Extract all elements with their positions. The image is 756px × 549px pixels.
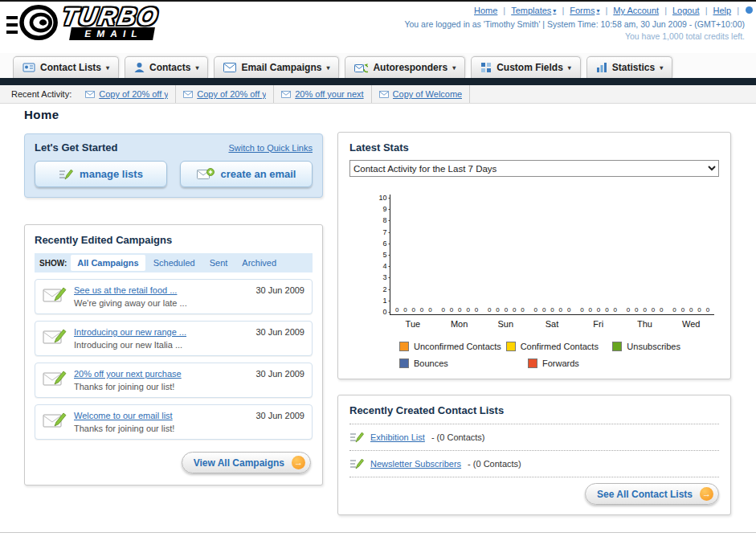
x-axis-label: Sat — [529, 315, 575, 329]
pencil-icon — [59, 168, 73, 181]
recent-activity-link[interactable]: Copy of Welcome tc — [393, 89, 462, 99]
nav-tab-autoresponders[interactable]: Autoresponders ▾ — [345, 56, 465, 78]
chart-y-axis: 109876543210 — [372, 195, 390, 315]
chart-value-label: 0 — [550, 306, 554, 313]
y-axis-label: 10 — [378, 195, 390, 201]
logo-swirl-icon — [19, 5, 59, 40]
chart-value-group: 00000 — [575, 306, 622, 313]
chevron-down-icon: ▾ — [660, 64, 663, 72]
credits-info: You have 1,000 total credits left. — [404, 31, 745, 41]
chart-value-label: 0 — [521, 306, 524, 313]
see-all-contact-lists-button[interactable]: See All Contact Lists → — [585, 483, 719, 505]
legend-label: Forwards — [542, 358, 579, 368]
campaign-title-link[interactable]: See us at the retail food ... — [74, 285, 248, 295]
x-axis-label: Mon — [436, 315, 483, 329]
chart-value-group: 00000 — [483, 306, 529, 313]
top-link-my-account[interactable]: My Account — [613, 6, 659, 15]
chevron-down-icon: ▾ — [596, 7, 599, 14]
legend-label: Unconfirmed Contacts — [414, 342, 501, 351]
latest-stats-title: Latest Stats — [349, 141, 719, 154]
campaign-title-link[interactable]: Welcome to our email list — [74, 411, 248, 420]
x-axis-label: Wed — [668, 315, 714, 329]
top-links: Home Templates▾ Forms▾ My Account Logout… — [404, 6, 745, 15]
legend-item: Unconfirmed Contacts — [399, 342, 506, 351]
chart-value-label: 0 — [660, 306, 663, 313]
recent-activity-link[interactable]: Copy of 20% off yc — [99, 89, 168, 99]
create-email-label: create an email — [221, 168, 296, 180]
campaign-row[interactable]: Welcome to our email list Thanks for joi… — [35, 404, 313, 440]
tab-archived[interactable]: Archived — [235, 255, 283, 271]
chart-value-label: 0 — [505, 306, 508, 313]
y-axis-label: 7 — [382, 229, 390, 236]
campaign-title-link[interactable]: 20% off your next purchase — [74, 369, 248, 379]
left-column: Let's Get Started Switch to Quick Links … — [24, 133, 323, 485]
chart-value-label: 0 — [589, 306, 592, 313]
envelope-edit-icon — [43, 327, 67, 346]
tab-sent[interactable]: Sent — [203, 255, 235, 271]
contact-list-row[interactable]: Newsletter Subscribers - (0 Contacts) — [349, 451, 719, 477]
top-link-logout[interactable]: Logout — [672, 6, 700, 15]
nav-tab-contact-lists[interactable]: Contact Lists ▾ — [13, 56, 119, 78]
chart-value-label: 0 — [605, 306, 608, 313]
turbo-email-logo: TURBO EMAIL — [6, 5, 157, 40]
campaign-subtitle: We're giving away our late ... — [74, 298, 248, 308]
campaign-date: 30 Jun 2009 — [255, 411, 304, 420]
decorative-dot — [746, 6, 753, 14]
campaign-row[interactable]: See us at the retail food ... We're givi… — [35, 279, 313, 314]
nav-tab-email-campaigns[interactable]: Email Campaigns ▾ — [214, 56, 339, 78]
legend-item: Unsubscribes — [612, 342, 719, 351]
manage-lists-button[interactable]: manage lists — [35, 161, 167, 187]
nav-tab-custom-fields[interactable]: Custom Fields ▾ — [471, 56, 581, 78]
see-all-contact-lists-label: See All Contact Lists — [597, 489, 693, 500]
top-link-home[interactable]: Home — [474, 6, 497, 15]
chart-value-label: 0 — [488, 306, 491, 313]
switch-to-quick-links-link[interactable]: Switch to Quick Links — [228, 143, 313, 153]
envelope-edit-icon — [43, 369, 67, 388]
contact-list-row[interactable]: Exhibition List - (0 Contacts) — [349, 424, 719, 451]
chart-value-label: 0 — [475, 306, 478, 313]
recent-activity-link[interactable]: Copy of 20% off yc — [197, 89, 266, 99]
top-link-forms[interactable]: Forms▾ — [570, 6, 599, 15]
nav-divider-bar — [0, 78, 756, 85]
x-axis-label: Tue — [390, 315, 436, 329]
top-link-help[interactable]: Help — [713, 6, 732, 15]
legend-item: Bounces — [399, 358, 528, 368]
nav-tab-contacts[interactable]: Contacts ▾ — [125, 56, 208, 78]
get-started-title: Let's Get Started — [35, 141, 118, 154]
campaign-title-link[interactable]: Introducing our new range ... — [74, 327, 248, 337]
top-link-templates[interactable]: Templates▾ — [511, 6, 556, 15]
contact-list-link[interactable]: Newsletter Subscribers — [370, 459, 461, 469]
recent-activity-link[interactable]: 20% off your next — [295, 89, 363, 99]
create-an-email-button[interactable]: create an email — [180, 161, 313, 187]
logo-email-text: EMAIL — [69, 27, 155, 40]
chart-value-label: 0 — [627, 306, 630, 313]
campaign-row[interactable]: Introducing our new range ... Introducin… — [35, 321, 313, 356]
view-all-campaigns-button[interactable]: View All Campaigns → — [182, 452, 311, 473]
chart-value-label: 0 — [428, 306, 431, 313]
contact-activity-chart: 109876543210 000000000000000000000000000… — [349, 195, 719, 315]
contact-list-count: - (0 Contacts) — [431, 432, 485, 442]
chevron-down-icon: ▾ — [452, 64, 456, 72]
chart-value-label: 0 — [513, 306, 516, 313]
chart-value-label: 0 — [672, 306, 676, 313]
campaign-subtitle: Thanks for joining our list! — [74, 382, 248, 391]
legend-label: Unsubscribes — [627, 342, 680, 351]
nav-tab-label: Email Campaigns — [241, 62, 321, 73]
legend-swatch-unconfirmed — [399, 342, 409, 351]
campaign-date: 30 Jun 2009 — [255, 285, 304, 295]
nav-tab-label: Contacts — [149, 62, 190, 73]
recent-activity-bar: Recent Activity: Copy of 20% off yc Copy… — [0, 85, 756, 104]
chart-value-label: 0 — [466, 306, 469, 313]
chart-value-label: 0 — [681, 306, 684, 313]
chart-value-label: 0 — [450, 306, 453, 313]
tab-scheduled[interactable]: Scheduled — [147, 255, 202, 271]
nav-tab-statistics[interactable]: Statistics ▾ — [586, 56, 672, 78]
stats-period-select[interactable]: Contact Activity for the Last 7 Days — [349, 160, 719, 177]
contact-list-link[interactable]: Exhibition List — [370, 432, 425, 442]
header-right: Home Templates▾ Forms▾ My Account Logout… — [404, 6, 745, 41]
envelope-icon — [183, 91, 193, 98]
pencil-icon — [349, 457, 364, 470]
campaign-row[interactable]: 20% off your next purchase Thanks for jo… — [35, 363, 313, 398]
legend-swatch-unsubscribes — [612, 342, 622, 351]
tab-all-campaigns[interactable]: All Campaigns — [71, 255, 145, 271]
